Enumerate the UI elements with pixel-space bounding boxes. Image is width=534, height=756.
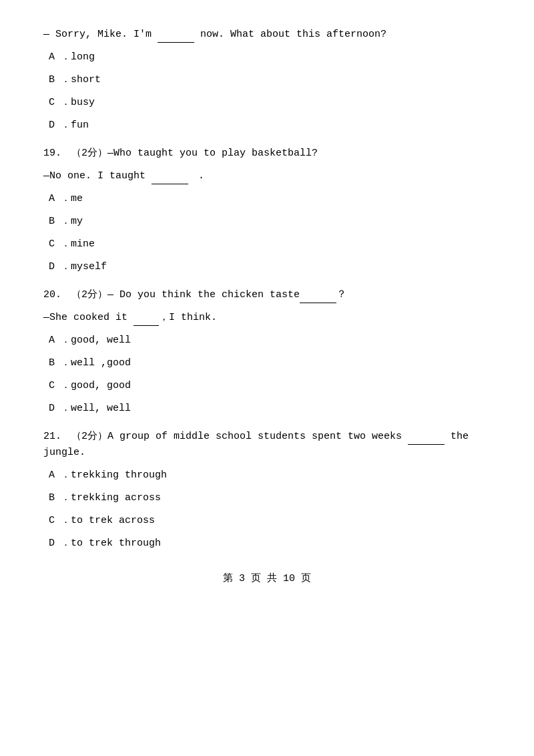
question-21-prompt: 21. （2分）A group of middle school student… [43,429,491,461]
blank-21 [408,444,445,445]
question-20: 20. （2分）— Do you think the chicken taste… [43,287,491,417]
option-21-b: B ．trekking across [43,490,491,506]
question-20-prompt: 20. （2分）— Do you think the chicken taste… [43,287,491,303]
option-sorry-c: C ．busy [43,95,491,111]
option-sorry-a: A ．long [43,49,491,65]
option-20-d: D ．well, well [43,401,491,417]
option-sorry-b: B ．short [43,72,491,88]
option-20-b: B ．well ,good [43,355,491,371]
option-19-c: C ．mine [43,236,491,252]
option-20-a: A ．good, well [43,333,491,349]
blank-20b [134,325,159,326]
option-19-a: A ．me [43,191,491,207]
option-21-a: A ．trekking through [43,467,491,484]
question-sorry: — Sorry, Mike. I'm now. What about this … [43,27,491,134]
page-label: 第 3 页 共 10 页 [223,573,311,584]
option-19-b: B ．my [43,214,491,230]
question-21: 21. （2分）A group of middle school student… [43,429,491,552]
blank-20a [300,303,336,303]
option-21-c: C ．to trek across [43,513,491,529]
option-21-d: D ．to trek through [43,536,491,552]
option-sorry-d: D ．fun [43,118,491,134]
option-19-d: D ．myself [43,259,491,275]
blank-19 [152,184,188,184]
question-sorry-prompt: — Sorry, Mike. I'm now. What about this … [43,27,491,43]
page-footer: 第 3 页 共 10 页 [43,572,491,584]
blank-sorry [158,42,194,43]
question-19-subprompt: —No one. I taught . [43,168,491,184]
question-20-subprompt: —She cooked it ，I think. [43,310,491,326]
question-19: 19. （2分）—Who taught you to play basketba… [43,146,491,275]
option-20-c: C ．good, good [43,378,491,394]
question-19-prompt: 19. （2分）—Who taught you to play basketba… [43,146,491,162]
